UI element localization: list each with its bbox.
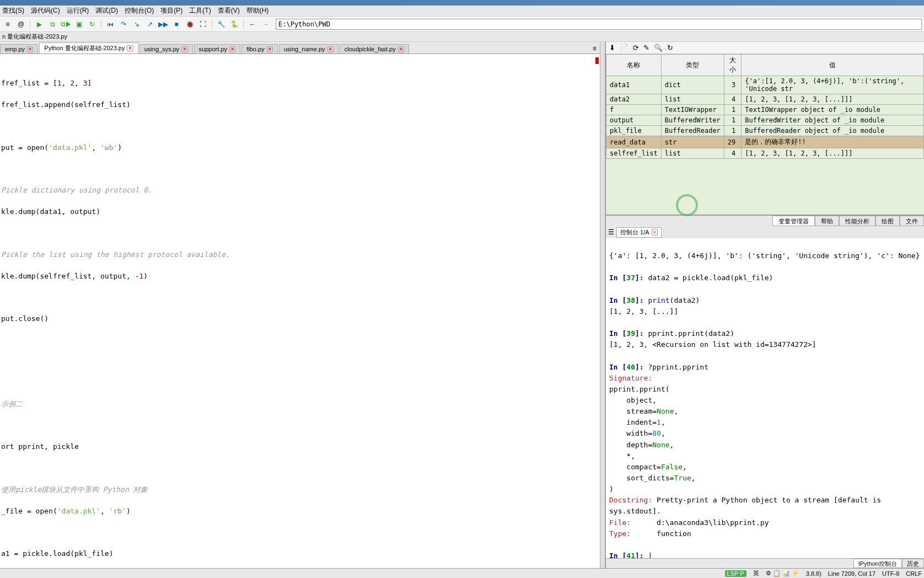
ipython-console[interactable]: {'a': [1, 2.0, 3, (4+6j)], 'b': ('string… (606, 238, 924, 558)
tab-profiler[interactable]: 性能分析 (839, 216, 875, 226)
run-icon[interactable]: ▶ (34, 19, 45, 30)
tab-history[interactable]: 历史 (902, 559, 924, 568)
tab-label: using_sys.py (144, 46, 180, 52)
tab-menu-icon[interactable]: ≡ (589, 44, 600, 53)
separator (101, 19, 101, 29)
reload-icon[interactable]: ↻ (667, 44, 673, 52)
cell-value: 是的，的确非常好!! (742, 136, 924, 148)
code-editor[interactable]: fref_list = [1, 2, 3] fref_list.append(s… (0, 54, 600, 568)
python-icon[interactable]: 🐍 (229, 19, 240, 30)
menu-view[interactable]: 查看(V) (218, 6, 240, 15)
menu-debug[interactable]: 调试(D) (95, 6, 118, 15)
reload-icon[interactable]: ↻ (87, 19, 98, 30)
cell-value: BufferedReader object of _io module (742, 126, 924, 136)
encoding: UTF-8 (882, 570, 899, 577)
tab-using-sys[interactable]: using_sys.py× (139, 44, 193, 53)
status-bar: LSP P 英 ⚙ 📋 📊 ⚡ 3.8.8) Line 7209, Col 17… (0, 568, 924, 578)
menu-help[interactable]: 帮助(H) (246, 6, 269, 15)
tab-plots[interactable]: 绘图 (875, 216, 900, 226)
current-file-label: n 量化编程基础-2023.py (2, 33, 67, 41)
close-icon[interactable]: × (181, 46, 187, 52)
tab-cloudpickle[interactable]: cloudpickle_fast.py× (340, 44, 409, 53)
tab-var-explorer[interactable]: 变量管理器 (772, 216, 815, 226)
cell-size: 29 (724, 136, 741, 148)
menu-tools[interactable]: 工具(T) (189, 6, 211, 15)
edit-icon[interactable]: ✎ (643, 44, 649, 52)
back-icon[interactable]: ← (247, 19, 258, 30)
cell-value: [1, 2, 3, [1, 2, 3, [...]]] (742, 148, 924, 159)
load-icon[interactable]: 📄 (620, 44, 628, 52)
table-row[interactable]: read_datastr29是的，的确非常好!! (606, 136, 924, 148)
cell-size: 1 (724, 126, 741, 136)
tab-label: fibo.py (246, 46, 264, 52)
toolbar: ≡ @ ▶ ⧉ ⧉▶ ▣ ↻ ⏮ ↷ ↘ ↗ ▶▶ ■ 🐞 ⛶ 🔧 🐍 ← → (0, 17, 924, 32)
menu-run[interactable]: 运行(R) (67, 6, 89, 15)
close-icon[interactable]: × (127, 45, 133, 51)
run-selection-icon[interactable]: ⧉▶ (60, 19, 71, 30)
tab-label: support.py (199, 46, 227, 52)
step-over-icon[interactable]: ↷ (118, 19, 129, 30)
separator (30, 19, 30, 29)
tab-files[interactable]: 文件 (900, 216, 924, 226)
path-input[interactable] (276, 19, 922, 30)
debug-icon[interactable]: 🐞 (184, 19, 195, 30)
close-icon[interactable]: × (398, 46, 404, 52)
tab-fibo[interactable]: fibo.py× (241, 44, 278, 53)
col-name[interactable]: 名称 (606, 55, 662, 76)
col-size[interactable]: 大小 (724, 55, 741, 76)
tab-temp[interactable]: emp.py× (0, 44, 38, 53)
table-row[interactable]: outputBufferedWriter1BufferedWriter obje… (606, 115, 924, 126)
run-file-icon[interactable]: ▣ (73, 19, 84, 30)
at-icon[interactable]: @ (15, 19, 26, 30)
cell-size: 1 (724, 115, 741, 126)
table-row[interactable]: data1dict3{'a':[1, 2.0, 3, (4+6j)], 'b':… (606, 76, 924, 94)
save-icon[interactable]: ⬇ (609, 44, 615, 52)
tab-ipython-console[interactable]: IPython控制台 (853, 559, 902, 568)
close-icon[interactable]: × (267, 46, 273, 52)
step-into-icon[interactable]: ↘ (131, 19, 142, 30)
step-icon[interactable]: ⏮ (105, 19, 116, 30)
console-cursor[interactable]: | (648, 552, 652, 558)
status-icons: ⚙ 📋 📊 ⚡ (766, 570, 799, 577)
cell-type: str (661, 136, 724, 148)
forward-icon[interactable]: → (260, 19, 271, 30)
step-out-icon[interactable]: ↗ (144, 19, 155, 30)
close-icon[interactable]: × (327, 46, 334, 52)
fullscreen-icon[interactable]: ⛶ (197, 19, 208, 30)
table-row[interactable]: pkl_fileBufferedReader1BufferedReader ob… (606, 126, 924, 136)
variable-explorer[interactable]: 名称 类型 大小 值 data1dict3{'a':[1, 2.0, 3, (4… (606, 54, 924, 215)
search-icon[interactable]: 🔍 (654, 44, 663, 52)
run-cell-icon[interactable]: ⧉ (47, 19, 58, 30)
wrench-icon[interactable]: 🔧 (216, 19, 227, 30)
table-row[interactable]: fTextIOWrapper1TextIOWrapper object of _… (606, 105, 924, 115)
cell-type: BufferedReader (661, 126, 724, 136)
col-value[interactable]: 值 (742, 55, 924, 76)
cell-name: read_data (606, 136, 662, 148)
close-icon[interactable]: × (27, 46, 33, 52)
cell-size: 4 (724, 94, 741, 105)
menu-find[interactable]: 查找(S) (2, 6, 24, 15)
cell-type: list (661, 148, 724, 159)
close-icon[interactable]: × (652, 229, 658, 236)
console-menu-icon[interactable]: ☰ (608, 228, 614, 236)
console-tab[interactable]: 控制台 1/A × (616, 227, 662, 238)
tab-help[interactable]: 帮助 (815, 216, 839, 226)
menu-console[interactable]: 控制台(O) (125, 6, 154, 15)
table-row[interactable]: data2list4[1, 2, 3, [1, 2, 3, [...]]] (606, 94, 924, 105)
cell-type: TextIOWrapper (661, 105, 724, 115)
lsp-status[interactable]: LSP P (725, 570, 746, 577)
tab-support[interactable]: support.py× (194, 44, 241, 53)
close-icon[interactable]: × (229, 46, 235, 52)
table-row[interactable]: selfref_listlist4[1, 2, 3, [1, 2, 3, [..… (606, 148, 924, 159)
refresh-icon[interactable]: ⟳ (633, 44, 639, 52)
stop-icon[interactable]: ■ (171, 19, 182, 30)
splitter[interactable] (600, 42, 605, 568)
continue-icon[interactable]: ▶▶ (158, 19, 169, 30)
menu-icon[interactable]: ≡ (2, 19, 13, 30)
col-type[interactable]: 类型 (661, 55, 724, 76)
cell-size: 1 (724, 105, 741, 115)
tab-using-name[interactable]: using_name.py× (279, 44, 339, 53)
menu-project[interactable]: 项目(P) (160, 6, 182, 15)
tab-main[interactable]: Python 量化编程基础-2023.py× (39, 42, 138, 53)
menu-source[interactable]: 源代码(C) (31, 6, 60, 15)
